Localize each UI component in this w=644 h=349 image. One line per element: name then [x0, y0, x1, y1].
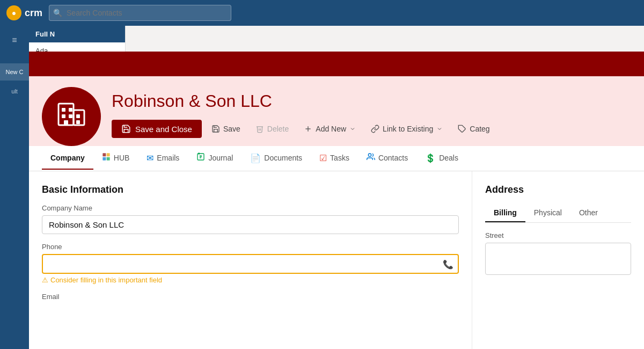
- svg-rect-2: [62, 108, 65, 112]
- sidebar-label-1: New C: [5, 69, 23, 75]
- link-existing-button[interactable]: Link to Existing: [365, 121, 448, 136]
- street-field: Street: [485, 231, 631, 277]
- contact-list-header: Full N: [29, 26, 125, 42]
- sidebar-icon-0: ≡: [12, 35, 17, 45]
- toolbar: Save and Close Save Delete Add New: [112, 120, 631, 138]
- phone-field: Phone 📞 ⚠ Consider filling in this impor…: [42, 243, 459, 284]
- contacts-svg: [367, 152, 375, 161]
- tab-contacts[interactable]: Contacts: [358, 146, 416, 171]
- address-tab-physical[interactable]: Physical: [525, 204, 570, 222]
- sidebar-item-ult[interactable]: ult: [0, 83, 29, 100]
- add-new-chevron-icon: [349, 126, 356, 132]
- link-existing-chevron-icon: [436, 126, 443, 132]
- journal-svg: [196, 152, 205, 161]
- svg-rect-13: [106, 153, 109, 156]
- svg-rect-5: [69, 114, 72, 118]
- tab-deals-label: Deals: [439, 154, 458, 162]
- phone-icon: 📞: [443, 259, 453, 269]
- company-avatar-icon: [54, 97, 89, 136]
- svg-point-21: [368, 154, 371, 156]
- hub-svg: [102, 152, 111, 161]
- company-avatar: [42, 87, 101, 146]
- company-name-field: Company Name: [42, 204, 459, 234]
- tab-emails[interactable]: ✉ Emails: [138, 147, 188, 171]
- phone-wrapper: 📞: [42, 254, 459, 274]
- deals-icon: 💲: [425, 153, 436, 163]
- category-icon: [458, 125, 466, 133]
- tabs: Company HUB ✉ Emails Journal 📄 Docume: [29, 146, 644, 171]
- save-label: Save: [223, 125, 240, 133]
- documents-icon: 📄: [250, 153, 261, 163]
- contacts-icon: [367, 152, 375, 163]
- basic-info-title: Basic Information: [42, 184, 459, 195]
- panel-header-bar: [29, 52, 644, 76]
- save-icon: [211, 125, 220, 133]
- sidebar-item-1[interactable]: New C: [0, 63, 29, 81]
- category-button[interactable]: Categ: [452, 121, 495, 136]
- panel-profile: Robinson & Son LLC Save and Close Save D…: [29, 76, 644, 146]
- hub-icon: [102, 152, 111, 163]
- tab-emails-label: Emails: [157, 154, 179, 162]
- other-label: Other: [579, 208, 598, 217]
- tab-contacts-label: Contacts: [378, 154, 408, 162]
- address-tab-billing[interactable]: Billing: [485, 204, 525, 222]
- sidebar-label-ult: ult: [11, 88, 18, 94]
- svg-rect-8: [64, 120, 68, 125]
- emails-icon: ✉: [147, 153, 153, 163]
- svg-point-20: [199, 153, 200, 154]
- svg-rect-7: [76, 120, 80, 124]
- svg-rect-14: [103, 157, 106, 161]
- svg-rect-15: [106, 157, 109, 161]
- email-label: Email: [42, 293, 459, 301]
- crm-logo-icon: ●: [6, 5, 21, 20]
- tab-tasks-label: Tasks: [330, 154, 349, 162]
- search-wrapper: 🔍: [49, 5, 231, 21]
- tab-company-label: Company: [50, 154, 85, 162]
- warning-icon: ⚠: [42, 276, 48, 284]
- delete-icon: [255, 125, 264, 133]
- delete-label: Delete: [267, 125, 289, 133]
- billing-label: Billing: [494, 208, 517, 217]
- delete-button[interactable]: Delete: [250, 121, 294, 136]
- sidebar-item-0[interactable]: ≡: [0, 30, 29, 50]
- save-close-label: Save and Close: [135, 125, 192, 134]
- address-title: Address: [485, 184, 631, 195]
- sidebar: ≡ New C ult: [0, 26, 29, 349]
- address-tab-other[interactable]: Other: [570, 204, 606, 222]
- physical-label: Physical: [534, 208, 562, 217]
- tab-tasks[interactable]: ☑ Tasks: [311, 147, 358, 171]
- address-tabs: Billing Physical Other: [485, 204, 631, 223]
- tab-documents[interactable]: 📄 Documents: [241, 147, 311, 171]
- tab-journal[interactable]: Journal: [188, 146, 241, 171]
- tasks-icon: ☑: [319, 153, 327, 163]
- svg-rect-12: [103, 153, 106, 156]
- content-body: Basic Information Company Name Phone 📞 ⚠…: [29, 171, 644, 349]
- save-close-button[interactable]: Save and Close: [112, 120, 202, 138]
- save-button[interactable]: Save: [206, 121, 246, 136]
- tab-documents-label: Documents: [264, 154, 302, 162]
- link-icon: [371, 125, 379, 133]
- tab-hub[interactable]: HUB: [93, 146, 138, 171]
- search-input[interactable]: [49, 5, 231, 21]
- journal-icon: [196, 152, 205, 163]
- top-bar: ● crm 🔍: [0, 0, 644, 26]
- add-new-icon: [304, 125, 312, 133]
- company-panel: Robinson & Son LLC Save and Close Save D…: [29, 52, 644, 349]
- email-field: Email: [42, 293, 459, 301]
- phone-label: Phone: [42, 243, 459, 251]
- address-section: Address Billing Physical Other Street: [472, 171, 644, 349]
- tab-deals[interactable]: 💲 Deals: [416, 147, 467, 171]
- category-label: Categ: [470, 125, 489, 133]
- street-label: Street: [485, 231, 631, 239]
- company-name-input[interactable]: [42, 215, 459, 234]
- crm-logo: ● crm: [6, 5, 42, 20]
- company-name: Robinson & Son LLC: [112, 91, 631, 111]
- svg-rect-6: [76, 114, 80, 118]
- add-new-button[interactable]: Add New: [298, 121, 361, 136]
- phone-input[interactable]: [42, 254, 459, 274]
- profile-right: Robinson & Son LLC Save and Close Save D…: [112, 87, 631, 138]
- save-close-icon: [121, 124, 131, 134]
- tab-company[interactable]: Company: [42, 147, 93, 170]
- company-name-label: Company Name: [42, 204, 459, 212]
- street-input[interactable]: [485, 243, 631, 275]
